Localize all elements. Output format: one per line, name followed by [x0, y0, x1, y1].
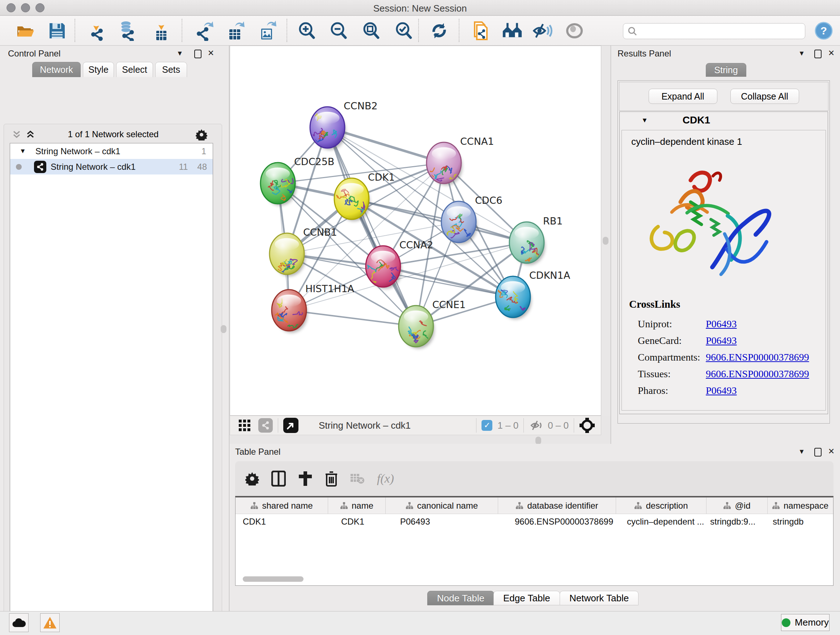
protein-node-CDC25B[interactable] — [261, 163, 296, 206]
grid-view-icon[interactable] — [238, 419, 251, 432]
control-panel-float-button[interactable] — [194, 50, 202, 58]
column-header-database-identifier[interactable]: database identifier — [498, 497, 616, 514]
string-view-icon[interactable] — [258, 418, 273, 432]
show-graphics-details-button[interactable] — [564, 21, 584, 41]
table-toolbar: f(x) — [235, 461, 834, 496]
crosslink-row: Uniprot:P06493 — [638, 316, 819, 333]
crosslink-row: Tissues:9606.ENSP00000378699 — [638, 366, 819, 382]
tab-style[interactable]: Style — [83, 62, 114, 77]
tab-edge-table[interactable]: Edge Table — [493, 591, 560, 605]
eye-icon — [565, 22, 584, 40]
expand-all-button[interactable]: Expand All — [649, 89, 717, 104]
export-network-button[interactable] — [195, 21, 215, 41]
protein-node-CDK1[interactable] — [334, 178, 370, 221]
copy-style-button[interactable] — [470, 21, 491, 41]
tab-network-table[interactable]: Network Table — [560, 591, 638, 605]
panel-splitter-handle[interactable] — [221, 325, 226, 333]
hidden-eye-slash-icon[interactable] — [529, 420, 543, 431]
tab-node-table[interactable]: Node Table — [427, 591, 494, 605]
zoom-fit-button[interactable] — [361, 21, 381, 41]
tree-expand-arrow-icon[interactable]: ▼ — [19, 147, 26, 155]
network-tree-root-row[interactable]: ▼ String Network – cdk1 1 — [10, 143, 213, 159]
tissues-link[interactable]: 9606.ENSP00000378699 — [706, 368, 809, 380]
results-panel-menu-button[interactable]: ▾ — [797, 49, 806, 58]
zoom-selected-button[interactable] — [393, 21, 414, 41]
zoom-out-button[interactable] — [328, 21, 349, 41]
protein-node-CCNA2[interactable] — [363, 246, 404, 289]
protein-node-RB1[interactable] — [509, 222, 545, 265]
help-button[interactable]: ? — [815, 22, 833, 41]
import-network-database-button[interactable] — [117, 21, 137, 41]
pan-crosshair-icon[interactable] — [579, 417, 595, 433]
save-session-button[interactable] — [47, 21, 67, 41]
column-header-canonical-name[interactable]: canonical name — [386, 497, 498, 514]
section-collapse-arrow-icon[interactable]: ▼ — [641, 117, 648, 124]
export-table-button[interactable] — [226, 21, 246, 41]
results-panel-close-button[interactable]: ✕ — [827, 49, 836, 58]
show-columns-icon[interactable] — [271, 470, 286, 486]
network-graph[interactable]: CCNB2CCNA1CDC25BCDK1CDC6RB1CCNB1CCNA2CDK… — [230, 46, 601, 415]
network-panel-body: 1 of 1 Network selected ▼ String Network… — [4, 124, 222, 635]
network-tree-row-selected[interactable]: String Network – cdk1 11 48 — [10, 159, 213, 174]
horizontal-scrollbar-thumb[interactable] — [243, 576, 303, 582]
column-header-id[interactable]: @id — [706, 497, 767, 514]
tab-network[interactable]: Network — [32, 62, 81, 77]
toolbar-separator — [286, 19, 287, 42]
canvas-splitter-handle[interactable] — [603, 237, 608, 245]
tab-sets[interactable]: Sets — [155, 62, 187, 77]
cloud-status-button[interactable] — [9, 613, 28, 632]
function-builder-button[interactable]: f(x) — [377, 472, 394, 486]
node-count: 11 — [179, 162, 188, 172]
protein-node-CCNB2[interactable] — [310, 107, 346, 150]
show-all-button[interactable] — [502, 21, 523, 41]
node-label-CCNE1: CCNE1 — [432, 299, 466, 310]
export-image-button[interactable] — [257, 21, 278, 41]
pharos-link[interactable]: P06493 — [706, 385, 737, 396]
column-header-name[interactable]: name — [328, 497, 386, 514]
network-canvas[interactable]: CCNB2CCNA1CDC25BCDK1CDC6RB1CCNB1CCNA2CDK… — [230, 46, 601, 416]
selected-indicator-checkbox[interactable]: ✓ — [482, 420, 493, 431]
table-panel-menu-button[interactable]: ▾ — [797, 447, 806, 456]
table-options-gear-icon[interactable] — [245, 472, 259, 486]
birds-eye-view-button[interactable] — [283, 418, 298, 433]
add-column-icon[interactable] — [298, 470, 313, 486]
protein-node-CDKN1A[interactable] — [496, 276, 531, 319]
control-panel-menu-button[interactable]: ▾ — [175, 49, 185, 58]
column-header-shared-name[interactable]: shared name — [235, 497, 328, 514]
table-panel-close-button[interactable]: ✕ — [827, 447, 836, 456]
protein-node-CCNA1[interactable] — [426, 142, 462, 185]
delete-column-icon[interactable] — [325, 470, 338, 486]
protein-node-HIST1H1A[interactable] — [272, 290, 308, 333]
toolbar-separator — [459, 19, 459, 42]
genecard-link[interactable]: P06493 — [706, 335, 737, 347]
compartments-link[interactable]: 9606.ENSP00000378699 — [706, 352, 809, 363]
import-network-file-button[interactable] — [87, 21, 107, 41]
network-options-gear-icon[interactable] — [196, 129, 207, 141]
column-header-namespace[interactable]: namespace — [767, 497, 833, 514]
open-session-button[interactable] — [15, 21, 35, 41]
tab-string[interactable]: String — [706, 63, 746, 77]
collapse-all-button[interactable]: Collapse All — [730, 89, 799, 104]
horizontal-splitter-handle[interactable] — [535, 437, 541, 445]
memory-button[interactable]: Memory — [781, 614, 829, 631]
network-label: String Network – cdk1 — [51, 162, 136, 172]
toolbar-separator — [278, 418, 278, 432]
hide-selected-button[interactable] — [532, 21, 553, 41]
selected-counts: 1 – 0 — [497, 420, 518, 431]
network-selection-bar: 1 of 1 Network selected — [4, 126, 223, 142]
refresh-button[interactable] — [429, 21, 449, 41]
zoom-in-button[interactable] — [297, 21, 317, 41]
warnings-button[interactable] — [40, 613, 60, 632]
table-panel-float-button[interactable] — [814, 448, 821, 456]
import-table-file-button[interactable] — [151, 21, 172, 41]
protein-node-CDC6[interactable] — [441, 201, 477, 244]
results-panel-float-button[interactable] — [814, 50, 821, 58]
protein-node-CCNB1[interactable] — [270, 233, 305, 279]
protein-node-CCNE1[interactable] — [399, 306, 434, 348]
uniprot-link[interactable]: P06493 — [706, 318, 737, 330]
search-input[interactable] — [637, 26, 796, 36]
tab-select[interactable]: Select — [116, 62, 153, 77]
column-header-description[interactable]: description — [616, 497, 706, 514]
control-panel-close-button[interactable]: ✕ — [206, 49, 216, 58]
table-row[interactable]: CDK1 CDK1 P06493 9606.ENSP00000378699 cy… — [235, 514, 833, 529]
